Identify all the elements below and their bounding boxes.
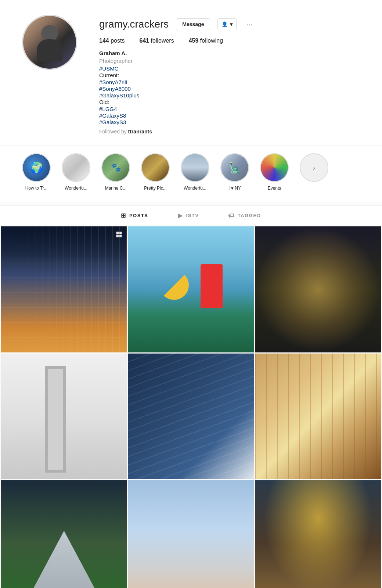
story-circle-3: 🐾	[101, 153, 130, 182]
tab-igtv[interactable]: ▶ IGTV	[163, 206, 214, 225]
hashtag-galaxy8[interactable]: #GalaxyS8	[99, 112, 126, 119]
tagged-tab-icon: 🏷	[228, 212, 235, 219]
story-thumbnail-4	[142, 154, 169, 181]
posts-tab-icon: ⊞	[121, 212, 126, 219]
igtv-tab-label: IGTV	[185, 213, 199, 218]
following-stat[interactable]: 459 following	[189, 37, 223, 44]
story-item-2[interactable]: Wonderfu...	[62, 153, 90, 191]
story-item-5[interactable]: Wonderfu...	[181, 153, 209, 191]
grid-photo-2	[128, 226, 254, 352]
followed-by-text: Followed by	[99, 129, 127, 135]
tabs-section: ⊞ POSTS ▶ IGTV 🏷 TAGGED	[0, 205, 382, 225]
story-label-5: Wonderfu...	[184, 186, 206, 191]
story-circle-7	[260, 153, 289, 182]
svg-rect-1	[119, 232, 122, 234]
grid-photo-3	[255, 226, 381, 352]
grid-item-4[interactable]	[1, 354, 127, 480]
stories-row: 🌍 How to Tr... Wonderfu... 🐾 Marine C...	[22, 153, 360, 191]
follow-dropdown-button[interactable]: 👤 ▾	[217, 18, 237, 30]
story-thumbnail-6	[221, 154, 248, 181]
story-label-7: Events	[268, 186, 281, 191]
hashtag-lg[interactable]: #LGG4	[99, 106, 117, 112]
story-circle-5	[181, 153, 209, 182]
story-label-4: Pretty Pic...	[144, 186, 166, 191]
story-circle-4	[141, 153, 170, 182]
tab-tagged[interactable]: 🏷 TAGGED	[213, 206, 275, 225]
posts-stat[interactable]: 144 posts	[99, 37, 125, 44]
story-item-7[interactable]: Events	[260, 153, 289, 191]
photo-grid	[1, 226, 381, 588]
story-item-3[interactable]: 🐾 Marine C...	[101, 153, 130, 191]
hashtag-galaxy3[interactable]: #GalaxyS3	[99, 119, 126, 125]
story-more[interactable]: ›	[300, 153, 328, 191]
avatar-container	[22, 15, 77, 70]
profile-top-row: gramy.crackers Message 👤 ▾ ···	[99, 18, 360, 30]
grid-item-8[interactable]	[128, 480, 254, 588]
person-icon: 👤	[221, 21, 228, 27]
profile-info: gramy.crackers Message 👤 ▾ ··· 144 posts…	[99, 15, 360, 135]
story-thumbnail-2	[62, 154, 90, 181]
grid-item-9[interactable]	[255, 480, 381, 588]
bio-title: Photographer	[99, 58, 360, 64]
story-item-6[interactable]: I ♥ NY	[220, 153, 249, 191]
story-more-button[interactable]: ›	[300, 153, 328, 182]
bio-name: Graham A.	[99, 50, 360, 56]
more-options-button[interactable]: ···	[244, 20, 255, 29]
story-circle-1: 🌍	[22, 153, 51, 182]
grid-item-6[interactable]	[255, 354, 381, 480]
grid-item-2[interactable]	[128, 226, 254, 352]
hashtag-sony7[interactable]: #SonyA7riii	[99, 79, 127, 85]
followed-by-user[interactable]: ttranrants	[128, 129, 152, 135]
hashtag-usmc[interactable]: #USMC	[99, 65, 119, 72]
story-circle-6	[220, 153, 249, 182]
grid-photo-5	[128, 354, 254, 480]
profile-header: gramy.crackers Message 👤 ▾ ··· 144 posts…	[0, 0, 382, 146]
story-thumbnail-3: 🐾	[102, 154, 129, 181]
followers-label: followers	[151, 37, 174, 44]
grid-item-1[interactable]	[1, 226, 127, 352]
follow-arrow-icon: ▾	[230, 21, 233, 27]
grid-photo-9	[255, 480, 381, 588]
posts-label: posts	[111, 37, 125, 44]
story-label-6: I ♥ NY	[228, 186, 241, 191]
posts-tab-label: POSTS	[129, 213, 148, 218]
grid-photo-4	[1, 354, 127, 480]
photo-grid-section	[0, 225, 382, 588]
hashtag-galaxy10[interactable]: #GalaxyS10plus	[99, 92, 139, 98]
grid-photo-1	[1, 226, 127, 352]
story-label-1: How to Tr...	[25, 186, 48, 191]
story-label-3: Marine C...	[105, 186, 127, 191]
story-thumbnail-7	[261, 154, 288, 181]
svg-rect-0	[116, 232, 119, 234]
grid-photo-7	[1, 480, 127, 588]
following-label: following	[200, 37, 223, 44]
message-button[interactable]: Message	[176, 18, 210, 30]
tab-posts[interactable]: ⊞ POSTS	[106, 206, 163, 225]
story-item-4[interactable]: Pretty Pic...	[141, 153, 170, 191]
following-count: 459	[189, 37, 199, 44]
posts-count: 144	[99, 37, 109, 44]
stories-section: 🌍 How to Tr... Wonderfu... 🐾 Marine C...	[0, 146, 382, 202]
story-label-2: Wonderfu...	[65, 186, 87, 191]
avatar[interactable]	[22, 15, 77, 70]
tagged-tab-label: TAGGED	[238, 213, 261, 218]
grid-photo-8	[128, 480, 254, 588]
story-circle-2	[62, 153, 90, 182]
grid-item-7[interactable]	[1, 480, 127, 588]
avatar-image	[23, 16, 76, 69]
igtv-tab-icon: ▶	[178, 212, 183, 219]
grid-item-5[interactable]	[128, 354, 254, 480]
story-thumbnail-5	[181, 154, 209, 181]
bio-old: Old:	[99, 99, 360, 105]
followers-stat[interactable]: 641 followers	[139, 37, 174, 44]
grid-item-3[interactable]	[255, 226, 381, 352]
svg-rect-3	[119, 235, 122, 237]
grid-photo-6	[255, 354, 381, 480]
hashtag-sony6[interactable]: #SonyA6000	[99, 86, 131, 92]
stats-row: 144 posts 641 followers 459 following	[99, 37, 360, 44]
username: gramy.crackers	[99, 18, 169, 30]
svg-rect-2	[116, 235, 119, 237]
story-item-1[interactable]: 🌍 How to Tr...	[22, 153, 51, 191]
story-thumbnail-1: 🌍	[23, 154, 50, 181]
followed-by: Followed by ttranrants	[99, 129, 360, 135]
